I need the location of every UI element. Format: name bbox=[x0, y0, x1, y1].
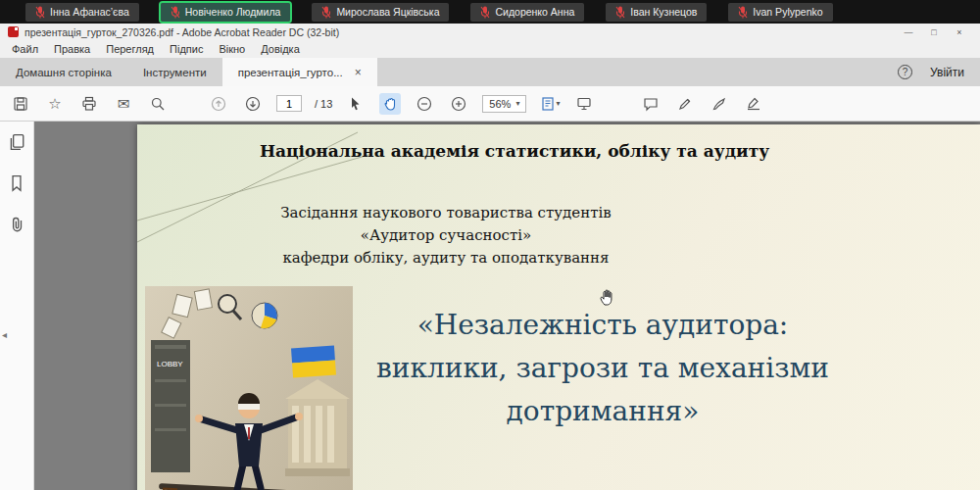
menu-edit[interactable]: Правка bbox=[46, 43, 98, 55]
page-up-button[interactable] bbox=[208, 93, 229, 115]
participant-name: Інна Афанас’єва bbox=[50, 6, 129, 18]
muted-mic-icon bbox=[35, 6, 45, 19]
participant-tile-active-speaker[interactable]: Новіченко Людмила bbox=[161, 3, 291, 22]
muted-mic-icon bbox=[615, 6, 625, 19]
participant-name: Сидоренко Анна bbox=[495, 6, 574, 18]
slide-subtitle: Засідання наукового товариства студентів… bbox=[137, 202, 755, 270]
participant-name: Іван Кузнецов bbox=[630, 6, 697, 18]
participant-tile[interactable]: Ivan Pylypenko bbox=[728, 3, 832, 22]
hand-tool-icon bbox=[382, 96, 398, 112]
page-view-dropdown[interactable]: ▾ bbox=[539, 93, 561, 115]
title-line: «Незалежність аудитора: bbox=[363, 304, 843, 347]
navigation-side-panel: ◂ bbox=[0, 122, 34, 490]
muted-mic-icon bbox=[738, 6, 748, 19]
zoom-out-button[interactable] bbox=[414, 93, 435, 115]
menu-bar: Файл Правка Перегляд Підпис Вікно Довідк… bbox=[0, 40, 980, 58]
meeting-participant-bar: Інна Афанас’єва Новіченко Людмила Миросл… bbox=[0, 0, 980, 24]
search-button[interactable] bbox=[147, 93, 169, 115]
help-button[interactable]: ? bbox=[898, 65, 912, 79]
signin-button[interactable]: Увійти bbox=[930, 66, 964, 79]
screen: Інна Афанас’єва Новіченко Людмила Миросл… bbox=[0, 0, 980, 490]
cursor-arrow-icon bbox=[348, 96, 364, 112]
subtitle-line: кафедри обліку, аудиту та оподаткування bbox=[137, 247, 755, 270]
slide-header: Національна академія статистики, обліку … bbox=[176, 141, 853, 161]
zoom-level-dropdown[interactable]: 56% ▾ bbox=[482, 95, 526, 113]
participant-tile[interactable]: Іван Кузнецов bbox=[606, 3, 707, 22]
menu-help[interactable]: Довідка bbox=[253, 43, 308, 55]
document-canvas[interactable]: Національна академія статистики, обліку … bbox=[34, 122, 980, 490]
bookmarks-panel-button[interactable] bbox=[8, 174, 25, 196]
tab-home[interactable]: Домашня сторінка bbox=[0, 58, 127, 86]
envelope-icon: ✉ bbox=[118, 96, 130, 111]
pie-chart-icon bbox=[252, 303, 277, 328]
toolbar: ☆ ✉ / 13 56% ▾ ▾ bbox=[0, 86, 980, 122]
minimize-button[interactable]: — bbox=[896, 27, 921, 37]
arrow-up-circle-icon bbox=[211, 96, 226, 112]
panel-collapse-arrow[interactable]: ◂ bbox=[2, 329, 7, 340]
star-icon: ☆ bbox=[48, 96, 61, 111]
hand-cursor bbox=[598, 287, 615, 307]
print-icon bbox=[81, 96, 97, 112]
fountain-pen-icon bbox=[711, 96, 727, 112]
save-icon bbox=[13, 96, 28, 112]
email-button[interactable]: ✉ bbox=[113, 93, 134, 115]
muted-mic-icon bbox=[480, 6, 490, 19]
pages-panel-button[interactable] bbox=[8, 133, 25, 155]
tab-label: презентація_гурто... bbox=[238, 67, 343, 78]
paperclip-icon bbox=[8, 216, 25, 233]
search-icon bbox=[150, 96, 166, 112]
save-button[interactable] bbox=[10, 93, 31, 115]
chevron-down-icon: ▾ bbox=[515, 99, 519, 108]
print-button[interactable] bbox=[78, 93, 100, 115]
muted-mic-icon bbox=[321, 6, 331, 19]
presentation-mode-button[interactable] bbox=[573, 93, 595, 115]
participant-name: Мирослава Яцківська bbox=[336, 6, 439, 18]
magnifier-icon bbox=[219, 295, 236, 313]
sign-button[interactable] bbox=[709, 93, 730, 115]
muted-mic-icon bbox=[171, 6, 180, 19]
blindfold bbox=[238, 404, 260, 410]
page-view-icon bbox=[540, 96, 556, 112]
comment-button[interactable] bbox=[640, 93, 662, 115]
hand-tool-button[interactable] bbox=[379, 93, 401, 115]
pdf-page: Національна академія статистики, обліку … bbox=[137, 124, 980, 490]
tab-close-icon[interactable]: × bbox=[355, 66, 362, 79]
bookmark-icon bbox=[8, 174, 25, 192]
menu-window[interactable]: Вікно bbox=[211, 43, 253, 55]
participant-tile[interactable]: Сидоренко Анна bbox=[470, 3, 584, 22]
zoom-level-value: 56% bbox=[489, 98, 511, 110]
favorite-button[interactable]: ☆ bbox=[44, 93, 66, 115]
participant-name: Ivan Pylypenko bbox=[753, 6, 822, 18]
menu-sign[interactable]: Підпис bbox=[162, 43, 211, 55]
attachments-panel-button[interactable] bbox=[8, 216, 25, 237]
tab-label: Інструменти bbox=[143, 67, 207, 78]
participant-name: Новіченко Людмила bbox=[185, 6, 281, 18]
arrow-down-circle-icon bbox=[245, 96, 261, 112]
title-line: дотримання» bbox=[363, 390, 843, 433]
fill-sign-button[interactable] bbox=[743, 93, 764, 115]
comment-bubble-icon bbox=[643, 96, 659, 112]
select-tool-button[interactable] bbox=[345, 93, 367, 115]
page-down-button[interactable] bbox=[242, 93, 264, 115]
maximize-button[interactable]: □ bbox=[921, 27, 947, 37]
lobby-sign: LOBBY bbox=[157, 360, 183, 368]
participant-tile[interactable]: Інна Афанас’єва bbox=[25, 3, 139, 22]
tab-document-active[interactable]: презентація_гурто... × bbox=[222, 58, 377, 86]
tabbar-right-zone: ? Увійти bbox=[898, 58, 980, 86]
tab-label: Домашня сторінка bbox=[16, 67, 112, 78]
close-button[interactable]: × bbox=[947, 27, 972, 37]
tab-tools[interactable]: Інструменти bbox=[127, 58, 222, 86]
window-controls: — □ × bbox=[896, 27, 972, 37]
slide-main-title: «Незалежність аудитора: виклики, загрози… bbox=[363, 304, 843, 433]
fill-sign-icon bbox=[746, 96, 761, 112]
auditor-illustration: LOBBY bbox=[145, 286, 353, 490]
window-title: презентація_гурток_270326.pdf - Adobe Ac… bbox=[24, 26, 339, 38]
pages-panel-icon bbox=[8, 133, 25, 151]
plus-circle-icon bbox=[451, 96, 466, 112]
participant-tile[interactable]: Мирослава Яцківська bbox=[312, 3, 449, 22]
zoom-in-button[interactable] bbox=[448, 93, 469, 115]
menu-view[interactable]: Перегляд bbox=[98, 43, 162, 55]
page-number-input[interactable] bbox=[276, 95, 302, 112]
highlight-button[interactable] bbox=[674, 93, 696, 115]
menu-file[interactable]: Файл bbox=[4, 43, 46, 55]
